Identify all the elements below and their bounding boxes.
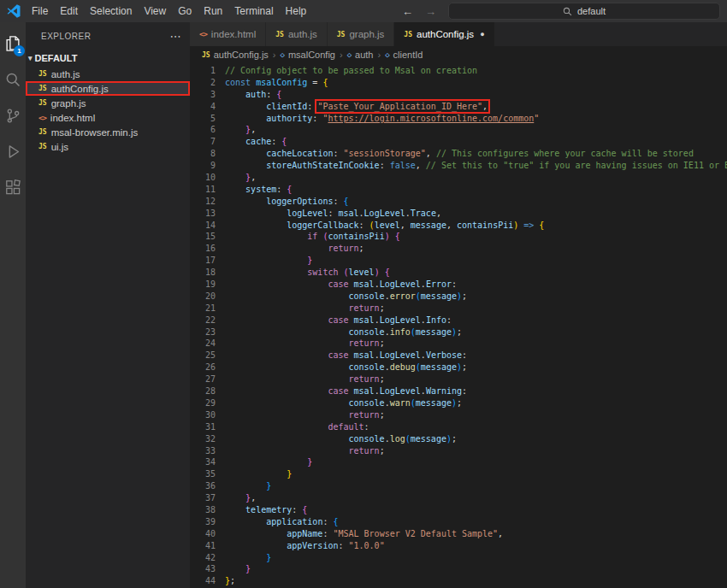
code-line[interactable]: 32 console.log(message); — [190, 433, 727, 445]
code-token — [225, 398, 349, 408]
section-header-default[interactable]: ▾ DEFAULT — [26, 50, 190, 67]
code-line[interactable]: 25 case msal.LogLevel.Verbose: — [190, 350, 727, 362]
code-line[interactable]: 30 return; — [190, 409, 727, 421]
code-token: default — [328, 422, 364, 432]
tab-authConfig.js[interactable]: JSauthConfig.js● — [394, 22, 494, 46]
code-line[interactable]: 2const msalConfig = { — [190, 77, 727, 89]
code-line[interactable]: 12 loggerOptions: { — [190, 196, 727, 208]
code-line[interactable]: 1// Config object to be passed to Msal o… — [190, 65, 727, 77]
code-line[interactable]: 10 }, — [190, 172, 727, 184]
code-token: ; — [380, 338, 385, 348]
tab-auth.js[interactable]: JSauth.js — [266, 22, 328, 46]
code-line[interactable]: 39 application: { — [190, 516, 727, 528]
breadcrumb-item-msalConfig[interactable]: ◇msalConfig — [281, 50, 335, 60]
file-item-authConfig.js[interactable]: JSauthConfig.js — [26, 81, 190, 96]
menu-edit[interactable]: Edit — [54, 0, 84, 22]
nav-forward-icon[interactable]: → — [425, 5, 436, 18]
file-label: auth.js — [51, 69, 80, 79]
code-line[interactable]: 9 storeAuthStateInCookie: false, // Set … — [190, 160, 727, 172]
line-content: return; — [225, 243, 364, 255]
code-line[interactable]: 21 return; — [190, 303, 727, 315]
code-line[interactable]: 42 } — [190, 552, 727, 564]
code-area[interactable]: 1// Config object to be passed to Msal o… — [190, 63, 727, 588]
menu-terminal[interactable]: Terminal — [228, 0, 279, 22]
code-line[interactable]: 18 switch (level) { — [190, 267, 727, 279]
code-line[interactable]: 20 console.error(message); — [190, 291, 727, 303]
breadcrumb-item-auth[interactable]: ◇auth — [347, 50, 374, 60]
explorer-icon[interactable]: 1 — [0, 26, 26, 62]
command-center-search[interactable]: default — [448, 3, 720, 20]
code-token: : — [322, 517, 333, 526]
code-token: } — [287, 469, 292, 479]
line-content: } — [225, 255, 312, 267]
code-line[interactable]: 28 case msal.LogLevel.Warning: — [190, 385, 727, 397]
code-line[interactable]: 13 logLevel: msal.LogLevel.Trace, — [190, 208, 727, 220]
code-line[interactable]: 26 console.debug(message); — [190, 362, 727, 373]
code-line[interactable]: 31 default: — [190, 421, 727, 433]
code-line[interactable]: 29 console.warn(message); — [190, 397, 727, 409]
code-line[interactable]: 6 }, — [190, 124, 727, 136]
code-line[interactable]: 43 } — [190, 563, 727, 575]
code-line[interactable]: 3 auth: { — [190, 89, 727, 101]
code-token: LogLevel — [364, 209, 405, 218]
code-token: storeAuthStateInCookie — [266, 161, 379, 170]
line-content: return; — [225, 373, 385, 385]
file-item-graph.js[interactable]: JSgraph.js — [26, 96, 190, 110]
file-item-msal-browser.min.js[interactable]: JSmsal-browser.min.js — [26, 125, 190, 139]
code-line[interactable]: 7 cache: { — [190, 136, 727, 148]
code-line[interactable]: 15 if (containsPii) { — [190, 231, 727, 243]
extensions-icon[interactable] — [0, 169, 26, 205]
menu-run[interactable]: Run — [198, 0, 228, 22]
code-line[interactable]: 5 authority: "https://login.microsoftonl… — [190, 113, 727, 125]
code-line[interactable]: 41 appVersion: "1.0.0" — [190, 540, 727, 552]
code-line[interactable]: 35 } — [190, 468, 727, 480]
breadcrumb-separator-icon: › — [378, 50, 381, 60]
code-line[interactable]: 44}; — [190, 575, 727, 587]
line-number: 7 — [190, 136, 216, 148]
code-line[interactable]: 38 telemetry: { — [190, 504, 727, 516]
code-line[interactable]: 8 cacheLocation: "sessionStorage", // Th… — [190, 148, 727, 160]
code-line[interactable]: 23 console.info(message); — [190, 326, 727, 338]
code-token: } — [245, 564, 251, 573]
tab-graph.js[interactable]: JSgraph.js — [328, 22, 395, 46]
code-line[interactable]: 19 case msal.LogLevel.Error: — [190, 279, 727, 291]
code-line[interactable]: 4 clientId: "Paste_Your_Application_ID_H… — [190, 101, 727, 113]
file-item-auth.js[interactable]: JSauth.js — [26, 67, 190, 81]
code-line[interactable]: 22 case msal.LogLevel.Info: — [190, 315, 727, 326]
code-line[interactable]: 37 }, — [190, 492, 727, 504]
file-item-index.html[interactable]: <>index.html — [26, 110, 190, 125]
menu-view[interactable]: View — [138, 0, 172, 22]
file-label: ui.js — [51, 142, 68, 152]
source-control-icon[interactable] — [0, 97, 26, 133]
line-number: 16 — [190, 243, 216, 255]
code-line[interactable]: 40 appName: "MSAL Browser V2 Default Sam… — [190, 528, 727, 540]
menu-go[interactable]: Go — [172, 0, 198, 22]
code-token: } — [266, 481, 271, 491]
tab-index.html[interactable]: <>index.html — [190, 22, 266, 46]
run-debug-icon[interactable] — [0, 133, 26, 169]
menu-help[interactable]: Help — [280, 0, 313, 22]
line-number: 6 — [190, 124, 216, 136]
code-token — [225, 220, 287, 230]
search-view-icon[interactable] — [0, 62, 26, 97]
code-line[interactable]: 27 return; — [190, 373, 727, 385]
code-line[interactable]: 24 return; — [190, 338, 727, 350]
nav-back-icon[interactable]: ← — [402, 5, 413, 18]
tab-label: authConfig.js — [417, 29, 474, 39]
code-line[interactable]: 11 system: { — [190, 184, 727, 196]
code-token: { — [302, 505, 307, 514]
code-line[interactable]: 36 } — [190, 480, 727, 492]
file-item-ui.js[interactable]: JSui.js — [26, 139, 190, 154]
menu-selection[interactable]: Selection — [84, 0, 138, 22]
breadcrumb-item-clientId[interactable]: ◇clientId — [385, 50, 423, 60]
editor-group: <>index.htmlJSauth.jsJSgraph.jsJSauthCon… — [190, 22, 727, 588]
menu-file[interactable]: File — [26, 0, 54, 22]
code-line[interactable]: 33 return; — [190, 445, 727, 457]
code-line[interactable]: 34 } — [190, 456, 727, 468]
code-line[interactable]: 16 return; — [190, 243, 727, 255]
more-actions-icon[interactable]: ⋯ — [170, 30, 182, 43]
code-line[interactable]: 14 loggerCallback: (level, message, cont… — [190, 220, 727, 232]
code-line[interactable]: 17 } — [190, 255, 727, 267]
line-content: }, — [225, 124, 256, 136]
breadcrumb-item-authConfig.js[interactable]: JSauthConfig.js — [202, 50, 269, 60]
